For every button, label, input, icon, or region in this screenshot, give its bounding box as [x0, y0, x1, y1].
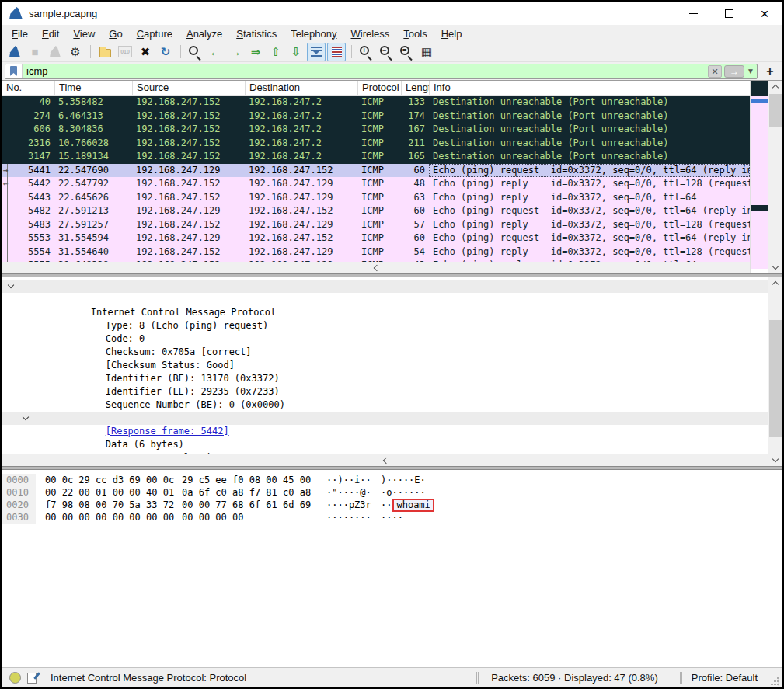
close-file-button[interactable]: ✖: [136, 43, 155, 61]
display-filter-input[interactable]: [23, 64, 708, 78]
expander-chevron-icon[interactable]: [8, 282, 14, 288]
menu-tools[interactable]: Tools: [396, 26, 434, 41]
packet-row[interactable]: 5553 31.554594 192.168.247.129 192.168.2…: [2, 231, 750, 245]
packet-info: Echo (ping) reply id=0x3372, seq=0/0, tt…: [429, 218, 750, 232]
scroll-left-icon[interactable]: [2, 262, 750, 273]
close-button[interactable]: ×: [747, 2, 782, 25]
packet-row[interactable]: 3147 15.189134 192.168.247.152 192.168.2…: [2, 150, 750, 164]
zoom-in-button[interactable]: +: [357, 43, 375, 61]
zoom-out-button[interactable]: −: [377, 43, 395, 61]
scroll-down-icon[interactable]: [768, 262, 782, 273]
detail-row[interactable]: Internet Control Message Protocol: [2, 280, 768, 293]
menu-telephony[interactable]: Telephony: [284, 26, 343, 41]
filter-clear-button[interactable]: ✕: [708, 65, 722, 78]
column-header-time[interactable]: Time: [54, 81, 132, 95]
find-packet-button[interactable]: [186, 43, 204, 61]
column-header-destination[interactable]: Destination: [245, 81, 357, 95]
hex-row[interactable]: 0020 f7 98 08 00 70 5a 33 72 00 00 77 68…: [2, 499, 782, 511]
scroll-up-icon[interactable]: [768, 81, 782, 92]
start-capture-button[interactable]: [5, 43, 24, 61]
column-header-no[interactable]: No.: [2, 81, 54, 95]
zoom-reset-button[interactable]: =: [397, 43, 416, 61]
hex-row[interactable]: 0000 00 0c 29 cc d3 69 00 0c 29 c5 ee f0…: [2, 474, 782, 486]
column-header-source[interactable]: Source: [132, 81, 245, 95]
menu-go[interactable]: Go: [102, 26, 129, 41]
maximize-button[interactable]: [711, 2, 747, 25]
go-forward-button[interactable]: →: [226, 43, 245, 61]
hex-row[interactable]: 0010 00 22 00 01 00 00 40 01 0a 6f c0 a8…: [2, 486, 782, 499]
packet-list-minimap[interactable]: [750, 81, 768, 273]
menu-help[interactable]: Help: [434, 26, 469, 41]
packet-row[interactable]: 2316 10.766028 192.168.247.152 192.168.2…: [2, 137, 750, 151]
filter-bookmark-button[interactable]: [5, 64, 23, 78]
reload-button[interactable]: ↻: [156, 43, 175, 61]
detail-row[interactable]: [Checksum Status: Good]: [2, 332, 768, 346]
scroll-down-icon[interactable]: [768, 454, 782, 466]
save-file-button[interactable]: 010: [116, 43, 134, 61]
packet-length: 211: [401, 137, 429, 151]
detail-row[interactable]: Checksum: 0x705a [correct]: [2, 319, 768, 332]
detail-row[interactable]: Data (6 bytes): [2, 412, 768, 425]
filter-dropdown-button[interactable]: ▼: [744, 67, 757, 75]
expander-chevron-icon[interactable]: [23, 414, 29, 420]
stop-capture-button[interactable]: ■: [26, 43, 44, 61]
open-file-button[interactable]: [96, 43, 114, 61]
packet-row[interactable]: 606 8.304836 192.168.247.152 192.168.247…: [2, 123, 750, 137]
go-top-button[interactable]: ⇧: [267, 43, 285, 61]
packet-list-vscrollbar[interactable]: [768, 81, 782, 273]
detail-row[interactable]: Data: 77686f616d69: [2, 425, 768, 438]
autoscroll-toggle[interactable]: [307, 43, 326, 61]
capture-options-button[interactable]: ⚙: [66, 43, 85, 61]
column-header-length[interactable]: Length: [401, 81, 429, 95]
go-to-packet-button[interactable]: ⇒: [246, 43, 265, 61]
toolbar-separator[interactable]: [87, 43, 93, 61]
menu-analyze[interactable]: Analyze: [179, 26, 229, 41]
detail-row[interactable]: Type: 8 (Echo (ping) request): [2, 293, 768, 306]
packet-row[interactable]: ← 5442 22.547792 192.168.247.152 192.168…: [2, 177, 750, 191]
detail-row[interactable]: Sequence Number (BE): 0 (0x0000): [2, 372, 768, 385]
detail-row[interactable]: Identifier (LE): 29235 (0x7233): [2, 359, 768, 372]
packet-row[interactable]: → 5441 22.547690 192.168.247.129 192.168…: [2, 164, 750, 178]
menu-file[interactable]: File: [5, 26, 35, 41]
packet-row[interactable]: 5482 27.591213 192.168.247.129 192.168.2…: [2, 204, 750, 218]
menu-statistics[interactable]: Statistics: [229, 26, 284, 41]
colorize-toggle[interactable]: [327, 43, 346, 61]
detail-row[interactable]: [Length: 6]: [2, 438, 768, 451]
detail-row[interactable]: Sequence Number (LE): 0 (0x0000): [2, 385, 768, 398]
profile-text[interactable]: Profile: Default: [682, 672, 768, 684]
hex-row[interactable]: 0030 00 00 00 00 00 00 00 00 00 00 00 00…: [2, 511, 782, 524]
resize-grip[interactable]: [770, 677, 779, 686]
packet-list-hscrollbar[interactable]: [2, 262, 750, 273]
menu-wireless[interactable]: Wireless: [344, 26, 397, 41]
expert-info-icon[interactable]: [9, 672, 21, 684]
menu-edit[interactable]: Edit: [35, 26, 66, 41]
column-header-protocol[interactable]: Protocol: [357, 81, 401, 95]
toolbar-separator[interactable]: [348, 43, 354, 61]
toolbar-separator[interactable]: [177, 43, 183, 61]
packet-row[interactable]: 274 6.464313 192.168.247.152 192.168.247…: [2, 110, 750, 124]
go-back-button[interactable]: ←: [206, 43, 225, 61]
detail-row[interactable]: Identifier (BE): 13170 (0x3372): [2, 346, 768, 359]
filter-apply-button[interactable]: →: [724, 65, 744, 78]
packet-row[interactable]: 5443 22.645626 192.168.247.152 192.168.2…: [2, 191, 750, 205]
vscroll-thumb[interactable]: [769, 94, 782, 127]
go-bottom-button[interactable]: ⇩: [287, 43, 305, 61]
details-hscrollbar[interactable]: [2, 454, 768, 466]
column-header-info[interactable]: Info: [429, 81, 750, 95]
detail-row[interactable]: Code: 0: [2, 306, 768, 319]
details-vscrollbar[interactable]: [768, 277, 782, 466]
minimize-button[interactable]: [675, 2, 711, 25]
packet-row[interactable]: 5483 27.591257 192.168.247.152 192.168.2…: [2, 218, 750, 232]
capture-comment-icon[interactable]: [27, 673, 37, 684]
add-filter-button[interactable]: +: [762, 64, 778, 78]
packet-row[interactable]: 5554 31.554640 192.168.247.152 192.168.2…: [2, 245, 750, 259]
vscroll-thumb[interactable]: [769, 320, 782, 437]
packet-row[interactable]: 40 5.358482 192.168.247.152 192.168.247.…: [2, 96, 750, 110]
menu-capture[interactable]: Capture: [130, 26, 179, 41]
restart-capture-button[interactable]: [46, 43, 64, 61]
resize-columns-button[interactable]: ▦: [417, 43, 436, 61]
scroll-left-icon[interactable]: [2, 454, 768, 466]
detail-row[interactable]: [Response frame: 5442]: [2, 398, 768, 412]
menu-view[interactable]: View: [66, 26, 102, 41]
scroll-up-icon[interactable]: [768, 277, 782, 289]
